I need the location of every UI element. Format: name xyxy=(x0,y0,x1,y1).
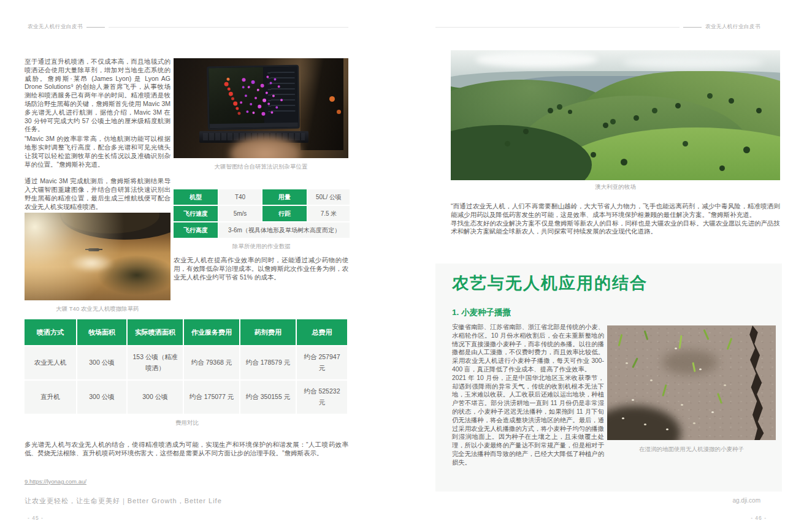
photo-wheat-seedlings-soil xyxy=(607,325,776,440)
table-cell: 约合 525232 元 xyxy=(297,381,347,414)
photo-caption: 澳大利亚的牧场 xyxy=(451,183,780,191)
table-row: 机型 T40 用量 50L/ 公顷 xyxy=(174,189,350,205)
table-cell: T40 xyxy=(219,189,261,205)
running-header-left: 农业无人机行业白皮书 xyxy=(28,23,348,31)
page-number-right: - 46 - xyxy=(751,515,767,521)
photo-caption: 在湿润的地面使用无人机漫撒的小麦种子 xyxy=(607,446,776,454)
table-cell: 300 公顷 xyxy=(77,381,126,414)
trees xyxy=(451,50,454,53)
section-title: 农艺与无人机应用的结合 xyxy=(452,272,648,294)
table-header-cell: 行距 xyxy=(262,206,307,221)
table-cell: 153 公顷（精准喷洒） xyxy=(128,346,183,379)
table-header-cell: 牧场面积 xyxy=(77,319,126,345)
paragraph: 寻找生态友好的农业解决方案不仅是詹姆斯等新农人的目标，同样也是大疆农业的目标。大… xyxy=(451,219,780,237)
running-header-right-title: 农业无人机行业白皮书 xyxy=(705,23,760,31)
weed-dots-magenta xyxy=(209,68,211,70)
running-header-left-title: 农业无人机行业白皮书 xyxy=(28,23,83,31)
paragraph: 2021 年 10 月份，正是中国华北地区玉米收获季节，却遇到强降雨的异常天气，… xyxy=(452,374,604,467)
table-header-cell: 喷洒方式 xyxy=(25,319,76,345)
photo-caption: 大疆智图结合自研算法识别杂草位置 xyxy=(174,163,348,171)
taskbar xyxy=(210,123,298,129)
table-caption: 费用对比 xyxy=(25,419,350,427)
header-rule-dark xyxy=(683,27,702,28)
paragraph: 至于通过直升机喷洒，不仅成本高，而且地毯式的喷洒还会使用大量除草剂，增加对当地生… xyxy=(25,58,170,134)
table-caption: 除草所使用的作业数据 xyxy=(174,243,350,251)
table-row: 飞行高度 3-6m（视具体地形及草场树木高度而定） xyxy=(174,222,350,238)
table-header-row: 喷洒方式 牧场面积 实际喷洒面积 作业服务费用 药剂费用 总费用 xyxy=(25,319,347,345)
cost-comparison-table: 喷洒方式 牧场面积 实际喷洒面积 作业服务费用 药剂费用 总费用 农业无人机 3… xyxy=(23,318,348,415)
table-header-cell: 药剂费用 xyxy=(240,319,296,345)
header-rule-light xyxy=(109,27,348,28)
photo-t40-spraying xyxy=(25,213,170,300)
table-cell: 约合 175077 元 xyxy=(184,381,239,414)
table-header-cell: 飞行高度 xyxy=(174,222,218,238)
laptop-screen xyxy=(207,65,300,131)
header-rule-dark xyxy=(86,27,105,28)
footer-slogan: 让农业更轻松，让生命更美好｜Better Growth，Better Life xyxy=(25,496,222,506)
table-cell: 50L/ 公顷 xyxy=(308,189,350,205)
panel-text-lines xyxy=(267,72,295,115)
operation-data-table: 机型 T40 用量 50L/ 公顷 飞行速度 5m/s 行距 7.5 米 飞行高… xyxy=(172,188,351,239)
table-cell: 约合 257947 元 xyxy=(297,346,347,379)
table-cell: 5m/s xyxy=(219,206,261,221)
section-text: 安徽省南部、江苏省南部、浙江省北部是传统的小麦、水稻轮作区。10 月份水稻收割后… xyxy=(452,323,604,467)
table-cell: 3-6m（视具体地形及草场树木高度而定） xyxy=(219,222,350,238)
photo-australian-pasture xyxy=(451,50,780,180)
sun-flare xyxy=(25,213,170,300)
left-column-text: 至于通过直升机喷洒，不仅成本高，而且地毯式的喷洒还会使用大量除草剂，增加对当地生… xyxy=(25,58,170,211)
table-cell: 300 公顷 xyxy=(128,381,183,414)
running-header-right: 农业无人机行业白皮书 xyxy=(435,23,760,31)
table-cell: 约合 178579 元 xyxy=(240,346,296,379)
map-view xyxy=(209,67,264,129)
paragraph-quote: “而通过农业无人机，人们不再需要翻山越岭，大大节省人力物力，飞手也能远离药剂，减… xyxy=(451,202,780,219)
page-number-left: - 45 - xyxy=(28,515,44,521)
paragraph: 安徽省南部、江苏省南部、浙江省北部是传统的小麦、水稻轮作区。10 月份水稻收割后… xyxy=(452,323,604,374)
table-cell: 300 公顷 xyxy=(77,346,126,379)
table-header-cell: 实际喷洒面积 xyxy=(128,319,183,345)
right-intro-text: “而通过农业无人机，人们不再需要翻山越岭，大大节省人力物力，飞手也能远离药剂，减… xyxy=(451,202,780,236)
table-header-cell: 作业服务费用 xyxy=(184,319,239,345)
table-cell: 7.5 米 xyxy=(308,206,350,221)
soil-wet-patch xyxy=(662,350,718,374)
paragraph: 通过 Mavic 3M 完成航测后，詹姆斯将航测结果导入大疆智图重建图像，并结合… xyxy=(25,177,170,211)
table-row: 飞行速度 5m/s 行距 7.5 米 xyxy=(174,206,350,221)
header-rule-light xyxy=(435,27,680,28)
cloud xyxy=(475,51,598,67)
photo-caption: 大疆 T40 农业无人机喷撒除草药 xyxy=(25,305,170,313)
table-row: 农业无人机 300 公顷 153 公顷（精准喷洒） 约合 79368 元 约合 … xyxy=(25,346,347,379)
table-cell: 约合 350155 元 xyxy=(240,381,296,414)
table-header-cell: 机型 xyxy=(174,189,218,205)
section-subtitle: 1. 小麦种子播撒 xyxy=(452,307,511,318)
wheat-seeds xyxy=(607,325,610,327)
table-header-cell: 飞行速度 xyxy=(174,206,218,221)
cloud xyxy=(622,55,764,69)
orange-knob xyxy=(329,96,335,102)
orange-knob xyxy=(337,110,341,114)
paragraph: 多光谱无人机与农业无人机的结合，使得精准喷洒成为可能，实现生产和环境保护的和谐发… xyxy=(25,441,348,458)
table-cell: 直升机 xyxy=(25,381,76,414)
table-header-cell: 用量 xyxy=(262,189,307,205)
paragraph-quote: “Mavic 3M 的效率非常高，仿地航测功能可以根据地形实时调整飞行高度，配合… xyxy=(25,135,170,169)
table-cell: 约合 79368 元 xyxy=(184,346,239,379)
table-row: 直升机 300 公顷 300 公顷 约合 175077 元 约合 350155 … xyxy=(25,381,347,414)
footnote-link[interactable]: 9.https://lyonag.com.au/ xyxy=(25,478,86,485)
table-cell: 农业无人机 xyxy=(25,346,76,379)
paragraph: 农业无人机在提高作业效率的同时，还能通过减少药物的使用，有效降低杂草治理成本。以… xyxy=(174,256,348,281)
table-header-cell: 总费用 xyxy=(297,319,347,345)
footer-website: ag.dji.com xyxy=(732,497,760,504)
photo-dji-terra-laptop xyxy=(174,58,348,158)
